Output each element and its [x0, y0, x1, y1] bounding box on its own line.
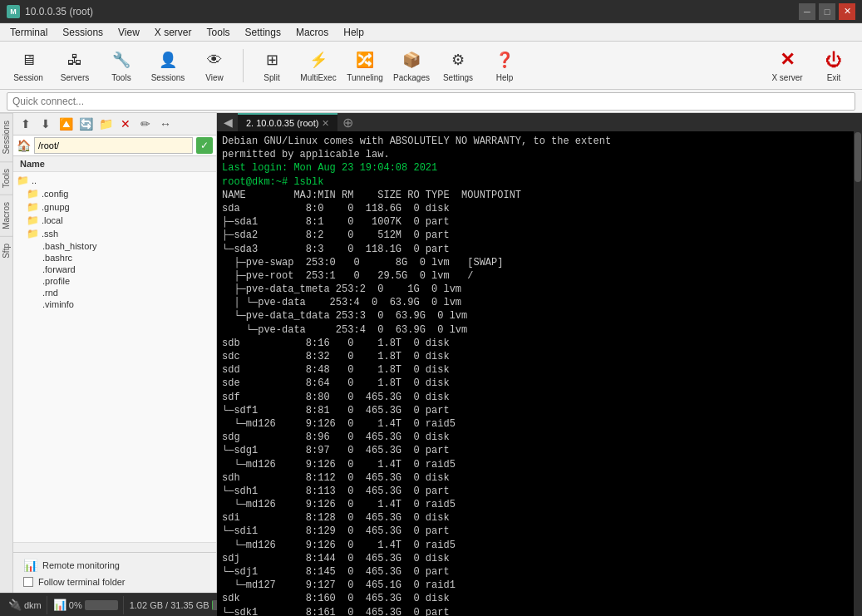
folder-icon: 📁: [27, 214, 39, 226]
terminal-output: Debian GNU/Linux comes with ABSOLUTELY N…: [222, 135, 857, 616]
sidebar-tab-tools[interactable]: Tools: [0, 161, 12, 195]
terminal-wrapper: Debian GNU/Linux comes with ABSOLUTELY N…: [217, 131, 862, 616]
toolbar-separator-1: [243, 49, 244, 82]
cpu-percent: 0%: [69, 600, 82, 610]
menu-sessions[interactable]: Sessions: [56, 25, 110, 40]
follow-terminal-checkbox[interactable]: [23, 577, 33, 587]
sftp-transfer-button[interactable]: ↔: [156, 115, 175, 133]
view-icon: 👁: [203, 48, 226, 71]
cpu-icon: 📊: [53, 599, 66, 611]
sftp-path-input[interactable]: /root/: [34, 137, 193, 154]
session-button[interactable]: 🖥 Session: [7, 45, 50, 86]
sftp-mkdir-button[interactable]: 📁: [96, 115, 115, 133]
sidebar-tab-sftp[interactable]: Sftp: [0, 236, 12, 265]
restore-button[interactable]: □: [819, 3, 835, 20]
session-icon: 🖥: [17, 48, 40, 71]
sftp-delete-button[interactable]: ✕: [116, 115, 135, 133]
close-button[interactable]: ✕: [839, 3, 855, 20]
sidebar-tab-macros[interactable]: Macros: [0, 195, 12, 236]
sftp-tree-item[interactable]: .bashrc: [13, 252, 216, 264]
split-button[interactable]: ⊞ Split: [250, 45, 293, 86]
remote-monitoring-icon: 📊: [23, 559, 37, 572]
terminal-content[interactable]: Debian GNU/Linux comes with ABSOLUTELY N…: [217, 131, 862, 616]
terminal-scroll-thumb[interactable]: [855, 132, 861, 182]
sessions-button[interactable]: 👤 Sessions: [146, 45, 190, 86]
sessions-icon: 👤: [156, 48, 180, 71]
quick-connect-bar: [0, 90, 862, 113]
settings-button[interactable]: ⚙ Settings: [436, 45, 480, 86]
main-layout: Sessions Tools Macros Sftp ⬆ ⬇ 🔼 🔄 📁 ✕ ✏…: [0, 113, 862, 593]
xserver-icon: ✕: [776, 48, 799, 71]
menu-help[interactable]: Help: [337, 25, 371, 40]
sftp-up-button[interactable]: 🔼: [57, 115, 75, 133]
servers-icon: 🖧: [63, 48, 86, 71]
folder-icon: 📁: [17, 175, 29, 186]
memory-text: 1.02 GB / 31.35 GB: [130, 600, 209, 610]
toolbar: 🖥 Session 🖧 Servers 🔧 Tools 👤 Sessions 👁…: [0, 42, 862, 90]
tunneling-icon: 🔀: [353, 48, 377, 71]
packages-icon: 📦: [400, 48, 423, 71]
terminal-scrollbar[interactable]: [854, 131, 862, 616]
terminal-tab-label: 2. 10.0.0.35 (root): [246, 118, 318, 128]
sftp-toolbar: ⬆ ⬇ 🔼 🔄 📁 ✕ ✏ ↔: [13, 113, 216, 136]
sftp-panel: ⬆ ⬇ 🔼 🔄 📁 ✕ ✏ ↔ 🏠 /root/ ✓ Name 📁..📁.con…: [13, 113, 217, 593]
servers-button[interactable]: 🖧 Servers: [53, 45, 96, 86]
menu-terminal[interactable]: Terminal: [3, 25, 54, 40]
connection-host: dkm: [24, 600, 42, 610]
sftp-tree-item[interactable]: .profile: [13, 275, 216, 287]
app-icon: M: [7, 5, 20, 18]
status-connection: 🔌 dkm: [3, 596, 47, 614]
menu-tools[interactable]: Tools: [200, 25, 237, 40]
sftp-tree-item[interactable]: 📁..: [13, 174, 216, 187]
sftp-upload-button[interactable]: ⬆: [17, 115, 35, 133]
sftp-tree-item[interactable]: 📁.config: [13, 187, 216, 200]
menu-settings[interactable]: Settings: [239, 25, 288, 40]
side-tabs: Sessions Tools Macros Sftp: [0, 113, 13, 593]
minimize-button[interactable]: ─: [799, 3, 815, 20]
sftp-tree-item[interactable]: 📁.ssh: [13, 227, 216, 240]
view-button[interactable]: 👁 View: [193, 45, 236, 86]
sidebar-tab-sessions[interactable]: Sessions: [0, 113, 12, 161]
sftp-path-ok-button[interactable]: ✓: [196, 137, 213, 154]
follow-terminal-label: Follow terminal folder: [38, 577, 126, 587]
terminal-tab-1[interactable]: 2. 10.0.0.35 (root) ✕: [238, 113, 337, 131]
sftp-rename-button[interactable]: ✏: [136, 115, 155, 133]
terminal-area: ◀ 2. 10.0.0.35 (root) ✕ ⊕ Debian GNU/Lin…: [217, 113, 862, 593]
sftp-tree-item[interactable]: 📁.gnupg: [13, 200, 216, 214]
packages-button[interactable]: 📦 Packages: [390, 45, 433, 86]
multiexec-button[interactable]: ⚡ MultiExec: [297, 45, 340, 86]
exit-button[interactable]: ⏻ Exit: [812, 45, 855, 86]
tools-button[interactable]: 🔧 Tools: [100, 45, 143, 86]
split-icon: ⊞: [260, 48, 283, 71]
tab-add-button[interactable]: ⊕: [342, 115, 353, 131]
sftp-tree-item[interactable]: .forward: [13, 264, 216, 275]
remote-monitoring-button[interactable]: 📊 Remote monitoring: [18, 556, 211, 574]
settings-icon: ⚙: [446, 48, 470, 71]
sftp-tree-item[interactable]: .viminfo: [13, 298, 216, 310]
sftp-tree-item[interactable]: 📁.local: [13, 214, 216, 227]
folder-icon: 📁: [27, 228, 39, 239]
exit-icon: ⏻: [822, 48, 845, 71]
connection-icon: 🔌: [8, 599, 22, 611]
sftp-download-button[interactable]: ⬇: [37, 115, 55, 133]
sftp-tree-item[interactable]: .rnd: [13, 287, 216, 298]
sftp-scrollbar[interactable]: [13, 542, 216, 552]
help-icon: ❓: [493, 48, 516, 71]
remote-monitoring-label: Remote monitoring: [42, 560, 120, 570]
sftp-refresh-button[interactable]: 🔄: [76, 115, 95, 133]
tab-close-button[interactable]: ✕: [322, 118, 329, 129]
menu-xserver[interactable]: X server: [148, 25, 199, 40]
menu-view[interactable]: View: [111, 25, 146, 40]
title-bar: M 10.0.0.35 (root) ─ □ ✕: [0, 0, 862, 23]
folder-icon: 📁: [27, 201, 39, 213]
sftp-tree: 📁..📁.config📁.gnupg📁.local📁.ssh.bash_hist…: [13, 172, 216, 542]
tunneling-button[interactable]: 🔀 Tunneling: [343, 45, 387, 86]
quick-connect-input[interactable]: [7, 92, 855, 111]
menu-macros[interactable]: Macros: [289, 25, 335, 40]
sftp-tree-item[interactable]: .bash_history: [13, 240, 216, 252]
tab-nav-left[interactable]: ◀: [220, 116, 236, 129]
sftp-home-icon: 🏠: [17, 139, 31, 152]
xserver-button[interactable]: ✕ X server: [766, 45, 809, 86]
follow-terminal-row: Follow terminal folder: [18, 574, 211, 589]
help-button[interactable]: ❓ Help: [483, 45, 526, 86]
